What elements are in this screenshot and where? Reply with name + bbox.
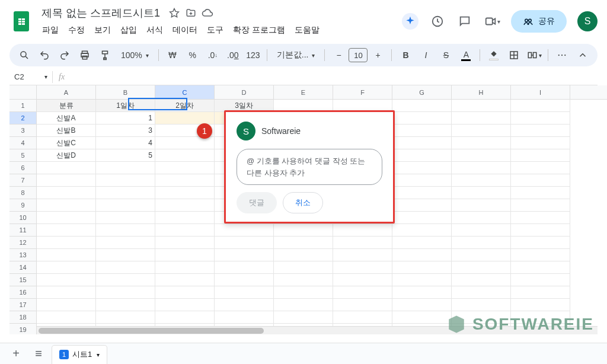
cell[interactable] xyxy=(37,224,96,237)
row-header[interactable]: 19 xyxy=(9,324,37,334)
cell[interactable] xyxy=(274,224,333,237)
cell[interactable] xyxy=(215,274,274,286)
cell[interactable] xyxy=(96,261,155,274)
cell[interactable] xyxy=(96,212,155,224)
cell[interactable] xyxy=(96,187,155,199)
row-headers[interactable]: 12345678910111213141516171819 xyxy=(9,100,37,334)
cell[interactable] xyxy=(392,137,452,149)
cell[interactable] xyxy=(155,249,215,261)
cell[interactable] xyxy=(452,274,511,286)
cell[interactable] xyxy=(274,311,333,324)
column-header[interactable]: G xyxy=(392,85,452,99)
bold-button[interactable]: B xyxy=(397,46,414,64)
formula-input[interactable] xyxy=(71,72,598,81)
cell[interactable] xyxy=(511,199,570,212)
cell[interactable] xyxy=(511,237,570,249)
select-all-corner[interactable] xyxy=(9,85,37,100)
cell[interactable] xyxy=(274,286,333,299)
history-icon[interactable] xyxy=(429,13,446,30)
cell[interactable] xyxy=(511,286,570,299)
cell[interactable] xyxy=(333,286,392,299)
cell[interactable] xyxy=(452,237,511,249)
cell[interactable] xyxy=(155,137,215,149)
cell[interactable] xyxy=(96,274,155,286)
cell[interactable] xyxy=(511,261,570,274)
cell[interactable] xyxy=(96,237,155,249)
cell[interactable] xyxy=(96,286,155,299)
redo-icon[interactable] xyxy=(56,46,74,64)
menu-item[interactable]: 수정 xyxy=(64,23,89,38)
column-header[interactable]: H xyxy=(452,85,511,99)
account-avatar[interactable]: S xyxy=(577,11,598,31)
column-header[interactable]: I xyxy=(511,85,570,99)
decrease-decimal-icon[interactable]: .0↓ xyxy=(204,46,222,64)
cell[interactable] xyxy=(392,100,452,112)
column-header[interactable]: A xyxy=(37,85,96,99)
cell[interactable] xyxy=(96,224,155,237)
cell[interactable] xyxy=(452,199,511,212)
star-icon[interactable] xyxy=(168,7,180,19)
cell[interactable] xyxy=(215,311,274,324)
cell[interactable] xyxy=(155,199,215,212)
cell[interactable] xyxy=(452,261,511,274)
cell[interactable] xyxy=(155,149,215,162)
document-title[interactable]: 제목 없는 스프레드시트1 xyxy=(38,5,164,21)
cell[interactable] xyxy=(274,299,333,311)
cell[interactable] xyxy=(333,299,392,311)
row-header[interactable]: 6 xyxy=(9,162,37,174)
cell[interactable] xyxy=(392,311,452,324)
cell[interactable] xyxy=(37,274,96,286)
cell[interactable] xyxy=(96,174,155,187)
cell[interactable] xyxy=(452,212,511,224)
cell[interactable]: 신발A xyxy=(37,112,96,124)
cell[interactable]: 신발B xyxy=(37,124,96,137)
collapse-toolbar-icon[interactable] xyxy=(574,46,592,64)
currency-button[interactable]: ₩ xyxy=(164,46,181,64)
sheet-tab-active[interactable]: 1 시트1 ▾ xyxy=(52,346,107,364)
zoom-select[interactable]: 100%▾ xyxy=(116,46,154,64)
cell[interactable] xyxy=(155,224,215,237)
cell[interactable] xyxy=(392,187,452,199)
cell[interactable] xyxy=(37,174,96,187)
cell[interactable] xyxy=(452,124,511,137)
cell[interactable] xyxy=(452,224,511,237)
cell[interactable] xyxy=(37,249,96,261)
cell[interactable] xyxy=(155,162,215,174)
cell[interactable] xyxy=(37,199,96,212)
cell[interactable] xyxy=(333,311,392,324)
print-icon[interactable] xyxy=(76,46,94,64)
cell[interactable] xyxy=(511,124,570,137)
cell[interactable] xyxy=(392,249,452,261)
cell[interactable] xyxy=(452,286,511,299)
row-header[interactable]: 3 xyxy=(9,124,37,137)
increase-fontsize-button[interactable]: + xyxy=(369,46,386,64)
cell[interactable] xyxy=(333,261,392,274)
cell[interactable] xyxy=(274,261,333,274)
menu-item[interactable]: 서식 xyxy=(142,23,167,38)
cell[interactable] xyxy=(155,187,215,199)
cell[interactable] xyxy=(155,237,215,249)
column-header[interactable]: F xyxy=(333,85,392,99)
row-header[interactable]: 11 xyxy=(9,224,37,237)
cell[interactable] xyxy=(155,274,215,286)
column-header[interactable]: C xyxy=(155,85,215,99)
cell[interactable] xyxy=(511,162,570,174)
cell[interactable] xyxy=(155,311,215,324)
cell[interactable] xyxy=(452,149,511,162)
percent-button[interactable]: % xyxy=(184,46,202,64)
cell[interactable] xyxy=(155,112,215,124)
column-headers[interactable]: ABCDEFGHI xyxy=(37,85,607,100)
cell[interactable]: 1 xyxy=(96,112,155,124)
cell[interactable] xyxy=(96,299,155,311)
menu-item[interactable]: 보기 xyxy=(90,23,115,38)
cell[interactable] xyxy=(215,286,274,299)
menu-item[interactable]: 도움말 xyxy=(290,23,324,38)
cell[interactable] xyxy=(392,199,452,212)
cell[interactable] xyxy=(333,237,392,249)
cell[interactable] xyxy=(452,137,511,149)
number-format-button[interactable]: 123 xyxy=(244,46,262,64)
cell[interactable] xyxy=(37,162,96,174)
strikethrough-button[interactable]: S xyxy=(437,46,455,64)
cell[interactable]: 2일차 xyxy=(155,100,215,112)
cloud-status-icon[interactable] xyxy=(202,7,213,19)
